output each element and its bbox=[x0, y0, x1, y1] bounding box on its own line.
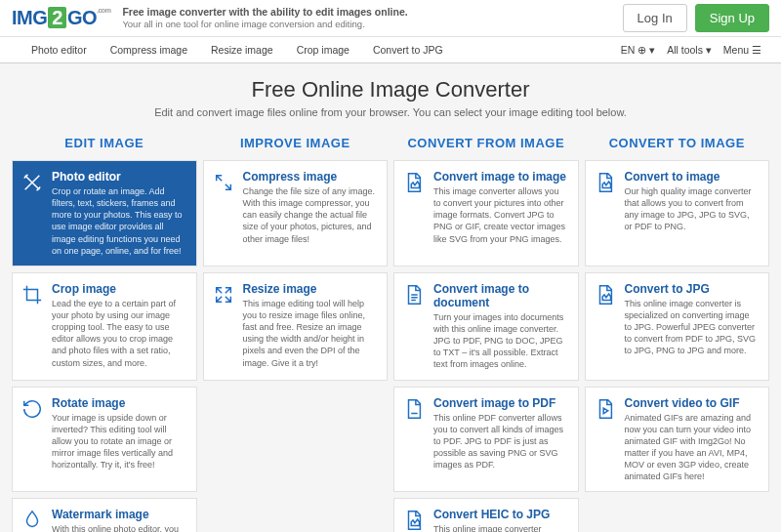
hero: Free Online Image Converter Edit and con… bbox=[0, 63, 781, 128]
card-title: Photo editor bbox=[52, 170, 186, 184]
card-title: Watermark image bbox=[52, 508, 186, 521]
card-desc: This online image converter is specializ… bbox=[625, 298, 760, 357]
file-video-icon bbox=[594, 397, 617, 421]
tool-card[interactable]: Convert to JPGThis online image converte… bbox=[585, 272, 770, 381]
column-header: CONVERT FROM IMAGE bbox=[393, 128, 579, 160]
tool-card[interactable]: Watermark imageWith this online photo ed… bbox=[12, 498, 197, 532]
nav-item[interactable]: Compress image bbox=[99, 37, 199, 62]
card-title: Crop image bbox=[52, 282, 186, 296]
menu-icon: ☰ bbox=[752, 44, 761, 56]
card-title: Convert to image bbox=[625, 170, 760, 184]
watermark-icon bbox=[21, 509, 44, 532]
card-desc: Lead the eye to a certain part of your p… bbox=[52, 298, 186, 369]
chevron-down-icon: ▾ bbox=[706, 44, 712, 56]
tool-card[interactable]: Convert to imageOur high quality image c… bbox=[585, 160, 770, 266]
file-img-icon bbox=[594, 283, 617, 307]
chevron-down-icon: ▾ bbox=[649, 44, 655, 56]
card-title: Convert to JPG bbox=[625, 282, 760, 296]
tool-grid: EDIT IMAGEIMPROVE IMAGECONVERT FROM IMAG… bbox=[0, 128, 781, 532]
tool-card[interactable]: Convert image to PDFThis online PDF conv… bbox=[393, 387, 579, 493]
card-title: Convert image to image bbox=[433, 170, 568, 184]
tool-card[interactable]: Rotate imageYour image is upside down or… bbox=[12, 387, 197, 493]
menu[interactable]: Menu ☰ bbox=[723, 44, 761, 56]
file-img-icon bbox=[402, 509, 426, 532]
card-desc: This image editing tool will help you to… bbox=[243, 298, 378, 369]
tool-card[interactable]: Resize imageThis image editing tool will… bbox=[203, 272, 389, 381]
card-desc: Your image is upside down or inverted? T… bbox=[52, 412, 186, 471]
tool-card[interactable]: Crop imageLead the eye to a certain part… bbox=[12, 272, 197, 381]
card-desc: Our high quality image converter that al… bbox=[625, 185, 760, 233]
lang-selector[interactable]: EN ⊕ ▾ bbox=[621, 44, 655, 56]
card-desc: With this online photo editor, you can a… bbox=[52, 523, 186, 532]
login-button[interactable]: Log In bbox=[623, 4, 687, 32]
nav-item[interactable]: Photo editor bbox=[20, 37, 99, 62]
tool-card[interactable]: Convert image to documentTurn your image… bbox=[393, 272, 579, 381]
card-desc: This online image converter allows you t… bbox=[433, 523, 568, 532]
card-title: Resize image bbox=[243, 282, 378, 296]
card-desc: Turn your images into documents with thi… bbox=[433, 311, 568, 371]
card-title: Convert video to GIF bbox=[625, 396, 760, 410]
card-desc: Change the file size of any image. With … bbox=[243, 185, 378, 245]
nav-item[interactable]: Resize image bbox=[199, 37, 285, 62]
tool-card[interactable]: Compress imageChange the file size of an… bbox=[203, 160, 389, 266]
compress-icon bbox=[212, 171, 235, 194]
tagline: Free image converter with the ability to… bbox=[122, 6, 407, 31]
file-pdf-icon bbox=[402, 397, 426, 421]
tool-card[interactable]: Convert HEIC to JPGThis online image con… bbox=[393, 498, 579, 532]
tool-card[interactable]: Photo editorCrop or rotate an image. Add… bbox=[12, 160, 197, 266]
crop-icon bbox=[21, 283, 44, 307]
page-subtitle: Edit and convert image files online from… bbox=[0, 106, 781, 118]
signup-button[interactable]: Sign Up bbox=[695, 4, 769, 32]
file-img-icon bbox=[402, 171, 426, 194]
resize-icon bbox=[212, 283, 235, 307]
card-title: Convert image to document bbox=[433, 282, 568, 309]
card-desc: Crop or rotate an image. Add filters, te… bbox=[52, 185, 186, 257]
card-desc: This online PDF converter allows you to … bbox=[433, 412, 568, 471]
nav-item[interactable]: Convert to JPG bbox=[361, 37, 455, 62]
rotate-icon bbox=[21, 397, 44, 421]
card-desc: Animated GIFs are amazing and now you ca… bbox=[625, 412, 760, 483]
card-title: Convert image to PDF bbox=[433, 396, 568, 410]
crossed-tools-icon bbox=[21, 171, 44, 194]
all-tools[interactable]: All tools ▾ bbox=[667, 44, 712, 56]
page-title: Free Online Image Converter bbox=[0, 77, 781, 102]
card-title: Rotate image bbox=[52, 396, 186, 410]
card-title: Convert HEIC to JPG bbox=[433, 508, 568, 521]
nav: Photo editorCompress imageResize imageCr… bbox=[0, 37, 781, 63]
header: IMG2GO.com Free image converter with the… bbox=[0, 0, 781, 37]
column-header: IMPROVE IMAGE bbox=[203, 128, 389, 160]
column-header: EDIT IMAGE bbox=[12, 128, 197, 160]
file-doc-icon bbox=[402, 283, 426, 307]
card-desc: This image converter allows you to conve… bbox=[433, 185, 568, 245]
tool-card[interactable]: Convert video to GIFAnimated GIFs are am… bbox=[585, 387, 770, 493]
nav-item[interactable]: Crop image bbox=[285, 37, 361, 62]
tool-card[interactable]: Convert image to imageThis image convert… bbox=[393, 160, 579, 266]
column-header: CONVERT TO IMAGE bbox=[585, 128, 770, 160]
file-img-icon bbox=[594, 171, 617, 194]
logo[interactable]: IMG2GO.com bbox=[12, 7, 110, 29]
card-title: Compress image bbox=[243, 170, 378, 184]
